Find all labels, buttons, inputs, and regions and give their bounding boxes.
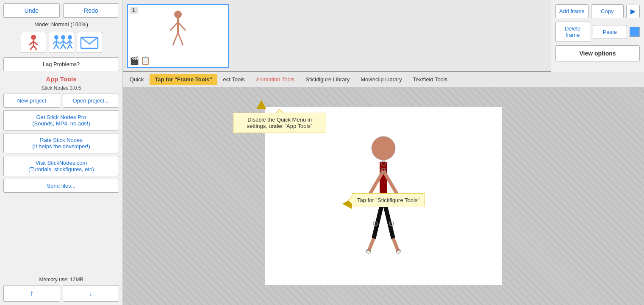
envelope-icon — [80, 35, 99, 50]
toolbar: Quick Tap for "Frame Tools" ect Tools An… — [123, 72, 644, 87]
person-icon — [26, 34, 41, 51]
person-icon-btn[interactable] — [21, 32, 46, 53]
svg-line-42 — [384, 202, 393, 238]
group-icon — [50, 34, 72, 51]
redo-button[interactable]: Redo — [63, 3, 119, 18]
svg-point-0 — [31, 35, 36, 40]
tab-frame-tools[interactable]: Tap for "Frame Tools" — [150, 74, 217, 85]
tab-quick[interactable]: Quick — [125, 74, 149, 85]
scroll-down-button[interactable]: ↓ — [63, 285, 119, 302]
scroll-up-button[interactable]: ↑ — [3, 285, 60, 302]
svg-line-4 — [30, 46, 33, 50]
app-tools-title: App Tools — [3, 75, 119, 83]
tab-ect-tools-label: ect Tools — [223, 76, 245, 83]
add-frame-button[interactable]: Add frame — [555, 4, 588, 18]
version-text: Stick Nodes 3.0.5 — [3, 85, 119, 91]
svg-line-28 — [178, 22, 186, 30]
mode-text: Mode: Normal (100%) — [3, 21, 119, 28]
frame-icons: 🎬 📋 — [130, 56, 150, 65]
svg-line-41 — [374, 202, 383, 238]
right-panel: Add frame Copy ▶ Delete frame Paste View… — [551, 0, 644, 72]
svg-line-27 — [170, 22, 178, 30]
delete-frame-button[interactable]: Delete frame — [555, 22, 590, 42]
svg-line-10 — [54, 44, 56, 49]
thumb-stickfigure — [161, 9, 195, 56]
tab-animation-tools-label: Animation Tools — [256, 76, 295, 83]
left-panel: Undo Redo Mode: Normal (100%) — [0, 0, 123, 305]
main-area: 1 🎬 📋 Add frame Copy — [123, 0, 644, 305]
svg-line-11 — [56, 44, 59, 49]
svg-line-22 — [67, 44, 70, 49]
frame-icon-1: 🎬 — [130, 56, 139, 65]
frame-tools-tooltip-text: Disable the Quick Menu in settings, unde… — [247, 116, 313, 129]
memory-text: Memory use: 12MB — [3, 277, 119, 283]
send-files-button[interactable]: Send files... — [3, 179, 119, 193]
group-icon-btn[interactable] — [49, 32, 74, 53]
new-project-button[interactable]: New project — [3, 94, 60, 108]
svg-line-30 — [178, 33, 183, 45]
copy-button[interactable]: Copy — [591, 4, 624, 18]
tab-frame-tools-label: Tap for "Frame Tools" — [155, 76, 212, 83]
frame-thumbnail[interactable]: 1 🎬 📋 — [127, 4, 229, 68]
svg-line-16 — [61, 44, 63, 49]
svg-line-23 — [70, 44, 72, 49]
get-pro-button[interactable]: Get Stick Nodes Pro (Sounds, MP4, no ads… — [3, 110, 119, 130]
view-options-button[interactable]: View options — [555, 45, 640, 61]
svg-line-5 — [33, 46, 37, 50]
svg-point-25 — [174, 11, 182, 18]
visit-button[interactable]: Visit StickNodes.com (Tutorials, stickfi… — [3, 156, 119, 176]
svg-line-17 — [63, 44, 66, 49]
svg-line-29 — [173, 33, 178, 45]
tab-textfield-tools-label: Textfield Tools — [413, 76, 447, 83]
tab-stickfigure-library[interactable]: Stickfigure Library — [300, 74, 355, 85]
color-square[interactable] — [630, 27, 640, 37]
svg-point-12 — [61, 35, 65, 39]
frame-strip: 1 🎬 📋 — [123, 0, 551, 72]
tab-movieclip-library[interactable]: Movieclip Library — [355, 74, 407, 85]
tab-movieclip-library-label: Movieclip Library — [361, 76, 402, 83]
svg-point-31 — [372, 136, 395, 160]
tab-animation-tools[interactable]: Animation Tools — [251, 74, 300, 85]
play-button[interactable]: ▶ — [626, 5, 640, 18]
open-project-button[interactable]: Open project... — [63, 94, 119, 108]
tab-stickfigure-library-label: Stickfigure Library — [305, 76, 350, 83]
svg-point-6 — [54, 35, 58, 39]
frame-number: 1 — [130, 7, 138, 14]
stickfigure-tools-tooltip: Tap for "Stickfigure Tools" — [352, 193, 425, 207]
tab-ect-tools[interactable]: ect Tools — [218, 74, 250, 85]
play-icon: ▶ — [630, 7, 636, 15]
canvas-area[interactable]: Disable the Quick Menu in settings, unde… — [123, 87, 644, 305]
frame-tools-tooltip: Disable the Quick Menu in settings, unde… — [233, 113, 326, 133]
rate-button[interactable]: Rate Stick Nodes (It helps the developer… — [3, 133, 119, 153]
tab-textfield-tools[interactable]: Textfield Tools — [408, 74, 452, 85]
undo-button[interactable]: Undo — [3, 3, 60, 18]
frame-tools-arrow — [256, 100, 266, 109]
tab-quick-label: Quick — [130, 76, 144, 83]
paste-button[interactable]: Paste — [593, 25, 627, 39]
stickfigure-tools-tooltip-text: Tap for "Stickfigure Tools" — [357, 197, 419, 203]
envelope-icon-btn[interactable] — [77, 32, 102, 53]
svg-point-18 — [68, 35, 72, 39]
lag-problems-button[interactable]: Lag Problems? — [3, 57, 119, 71]
frame-icon-2: 📋 — [141, 56, 150, 65]
